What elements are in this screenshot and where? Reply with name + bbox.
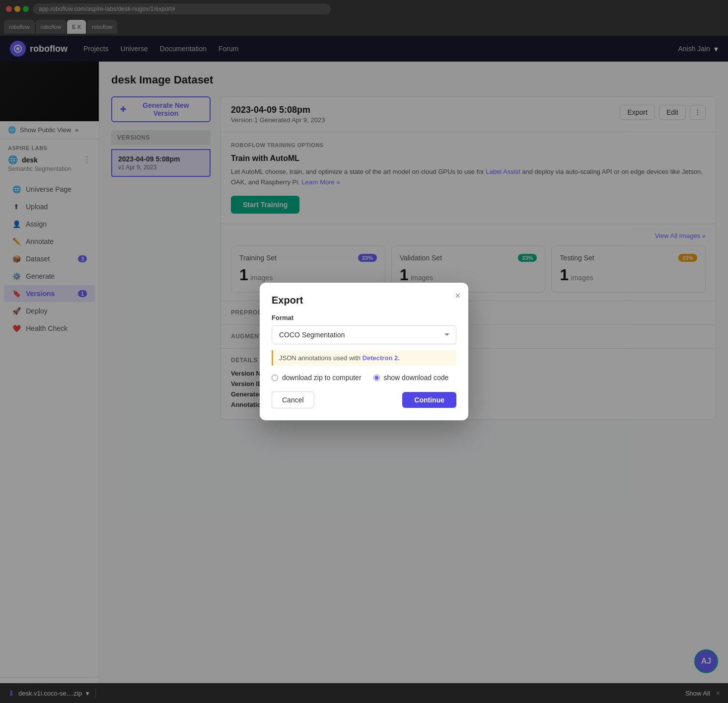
modal-title: Export <box>272 295 456 306</box>
format-label: Format <box>272 314 456 321</box>
radio-download-label: download zip to computer <box>282 374 362 382</box>
radio-download-zip[interactable]: download zip to computer <box>272 374 362 382</box>
modal-actions: Cancel Continue <box>272 391 456 408</box>
radio-show-code[interactable]: show download code <box>373 374 449 382</box>
modal-overlay[interactable]: Export × Format COCO Segmentation YOLO v… <box>0 0 728 703</box>
format-select[interactable]: COCO Segmentation YOLO v5 Pascal VOC Ten… <box>272 325 456 344</box>
format-hint: JSON annotations used with Detectron 2. <box>272 350 456 366</box>
radio-group: download zip to computer show download c… <box>272 374 456 382</box>
cancel-button[interactable]: Cancel <box>272 391 314 408</box>
radio-code-input[interactable] <box>373 375 380 381</box>
radio-code-label: show download code <box>384 374 449 382</box>
radio-download-input[interactable] <box>272 375 278 381</box>
detectron-link[interactable]: Detectron 2. <box>363 354 400 362</box>
modal-close-button[interactable]: × <box>455 291 460 301</box>
hint-text: JSON annotations used with <box>279 354 363 362</box>
export-modal: Export × Format COCO Segmentation YOLO v… <box>260 283 468 420</box>
continue-button[interactable]: Continue <box>402 392 456 408</box>
